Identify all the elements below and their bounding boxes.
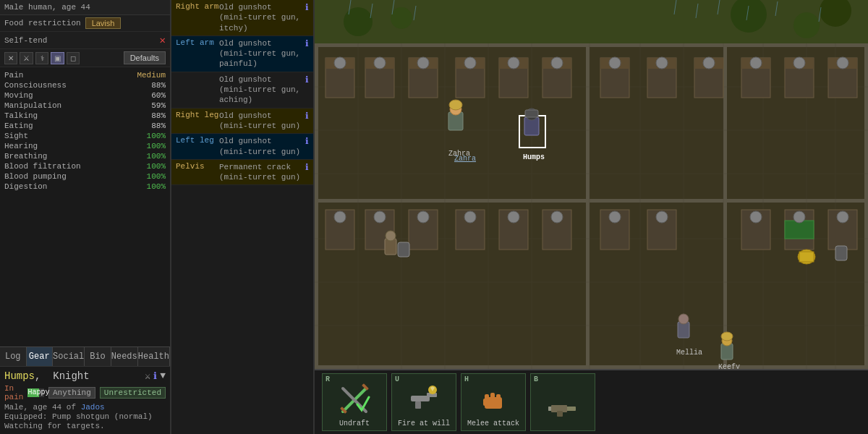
- undraft-label: Undraft: [339, 420, 370, 427]
- injury-info-icon-4[interactable]: ℹ: [305, 111, 309, 122]
- stat-pain-value: Medium: [137, 71, 166, 80]
- svg-point-51: [508, 57, 519, 69]
- stat-sight-label: Sight: [4, 132, 28, 140]
- tab-social[interactable]: Social: [53, 347, 85, 366]
- self-tend-label: Self-tend: [4, 36, 160, 45]
- fire-at-will-key: U: [395, 375, 399, 383]
- defaults-button[interactable]: Defaults: [124, 51, 166, 64]
- injury-info-icon-6[interactable]: ℹ: [305, 162, 309, 173]
- injury-part-right-leg: Right leg: [176, 111, 219, 119]
- injury-info-icon-5[interactable]: ℹ: [305, 136, 309, 147]
- injury-desc-aching: Old gunshot (mini-turret gun, aching): [219, 75, 302, 106]
- tab-health[interactable]: Health: [138, 347, 170, 366]
- injury-info-icon-3[interactable]: ℹ: [305, 75, 309, 85]
- svg-point-69: [793, 57, 805, 69]
- svg-rect-9: [315, 43, 590, 47]
- stat-blood-filtration-value: 100%: [147, 162, 166, 171]
- action-melee-attack[interactable]: H Melee attack: [461, 373, 526, 431]
- injury-row-right-leg[interactable]: Right leg Old gunshot (mini-turret gun) …: [171, 109, 313, 135]
- mood-bar: Happy: [27, 388, 44, 397]
- char-first-name: Humps: [4, 370, 35, 382]
- mood-bar-label: Happy: [27, 388, 44, 397]
- stat-row-consciousness: Consciousness 88%: [4, 80, 166, 90]
- injury-row-left-arm[interactable]: Left arm Old gunshot (mini-turret gun, p…: [171, 36, 313, 72]
- injury-row-aching[interactable]: Old gunshot (mini-turret gun, aching) ℹ: [171, 72, 313, 109]
- stat-hearing-value: 100%: [147, 142, 166, 150]
- tab-log[interactable]: Log: [0, 347, 27, 366]
- svg-point-45: [417, 57, 429, 69]
- toolbar-btn-med[interactable]: ⚕: [35, 52, 48, 64]
- stat-breathing-value: 100%: [147, 152, 166, 161]
- food-restriction-button[interactable]: Lavish: [85, 17, 122, 29]
- toolbar-btn-grid[interactable]: ▣: [51, 52, 64, 64]
- undraft-key: R: [326, 375, 330, 383]
- svg-point-74: [334, 211, 346, 223]
- right-area: Zahra Zahra Humps: [315, 0, 868, 434]
- svg-point-48: [464, 57, 476, 69]
- game-canvas: Zahra Zahra Humps: [315, 0, 868, 369]
- char-faction: Jados: [81, 403, 105, 412]
- stat-talking-value: 88%: [151, 111, 166, 120]
- injury-info-icon-2[interactable]: ℹ: [305, 38, 309, 49]
- toolbar-btn-slash[interactable]: ⚔: [20, 52, 33, 64]
- svg-point-96: [386, 231, 396, 241]
- draft-icon[interactable]: ⚔: [145, 370, 150, 382]
- action-b[interactable]: B: [530, 373, 595, 431]
- status-zone[interactable]: Unrestricted: [100, 387, 166, 399]
- fire-at-will-label: Fire at will: [398, 420, 450, 427]
- tab-gear[interactable]: Gear: [27, 347, 54, 366]
- svg-rect-16: [723, 43, 727, 203]
- injury-row-right-arm[interactable]: Right arm Old gunshot (mini-turret gun, …: [171, 0, 313, 36]
- stat-moving-value: 60%: [151, 91, 166, 100]
- svg-rect-112: [785, 221, 814, 239]
- stat-blood-filtration-label: Blood filtration: [4, 162, 81, 171]
- stat-row-talking: Talking 88%: [4, 111, 166, 121]
- food-restriction-row: Food restriction Lavish: [0, 15, 170, 32]
- injury-desc-right-leg: Old gunshot (mini-turret gun): [219, 111, 302, 132]
- svg-rect-15: [864, 43, 868, 369]
- stat-row-blood-filtration: Blood filtration 100%: [4, 161, 166, 171]
- toolbar-btn-square[interactable]: ◻: [67, 52, 80, 64]
- svg-rect-144: [548, 407, 551, 411]
- fire-at-will-icon: [406, 382, 442, 418]
- dropdown-icon[interactable]: ▼: [160, 370, 166, 382]
- injury-part-pelvis: Pelvis: [176, 162, 219, 171]
- tab-bio[interactable]: Bio: [85, 347, 111, 366]
- stat-pain-label: Pain: [4, 71, 23, 80]
- svg-point-80: [464, 211, 476, 223]
- svg-point-103: [721, 332, 733, 341]
- injury-row-pelvis[interactable]: Pelvis Permanent crack (mini-turret gun)…: [171, 160, 313, 186]
- svg-rect-13: [315, 365, 868, 369]
- stat-talking-label: Talking: [4, 111, 38, 120]
- svg-point-63: [703, 57, 715, 69]
- melee-attack-icon: [475, 382, 511, 418]
- injury-info-icon-1[interactable]: ℹ: [305, 2, 309, 13]
- injury-part-left-arm: Left arm: [176, 38, 219, 47]
- svg-point-54: [551, 57, 563, 69]
- svg-rect-14: [590, 43, 868, 47]
- injury-desc-pelvis: Permanent crack (mini-turret gun): [219, 162, 302, 183]
- svg-rect-10: [586, 43, 590, 203]
- food-restriction-label: Food restriction: [4, 19, 81, 27]
- stat-blood-pumping-label: Blood pumping: [4, 172, 67, 181]
- action-undraft[interactable]: R Undraft: [322, 373, 387, 431]
- status-task[interactable]: Anything: [48, 387, 95, 399]
- injury-row-left-leg[interactable]: Left leg Old gunshot (mini-turret gun) ℹ: [171, 134, 313, 160]
- svg-point-72: [837, 57, 848, 69]
- action-fire-at-will[interactable]: U Fire at will: [391, 373, 456, 431]
- svg-rect-139: [490, 393, 495, 399]
- svg-point-84: [551, 211, 563, 223]
- toolbar-btn-x[interactable]: ✕: [4, 52, 17, 64]
- injury-panel: Right arm Old gunshot (mini-turret gun, …: [170, 0, 315, 434]
- svg-point-66: [750, 57, 762, 69]
- info-icon[interactable]: ℹ: [153, 370, 157, 382]
- action-b-icon: [545, 390, 581, 426]
- self-tend-close-icon[interactable]: ✕: [160, 34, 166, 46]
- svg-text:Mellia: Mellia: [676, 349, 702, 357]
- svg-point-113: [793, 211, 805, 223]
- stat-digestion-label: Digestion: [4, 182, 47, 191]
- tab-needs[interactable]: Needs: [111, 347, 138, 366]
- stat-row-eating: Eating 88%: [4, 121, 166, 131]
- svg-point-82: [508, 211, 519, 223]
- svg-point-106: [609, 211, 621, 223]
